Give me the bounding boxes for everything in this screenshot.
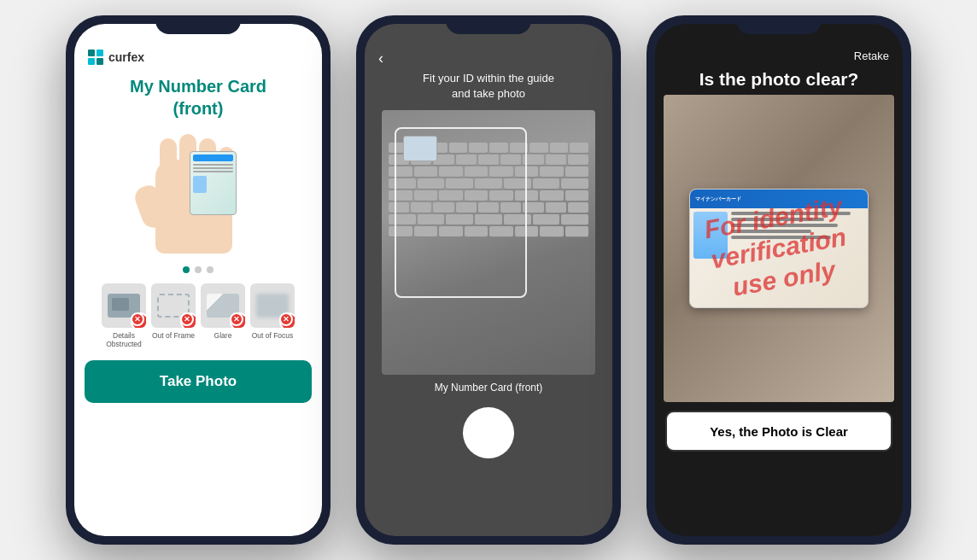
id-photo-preview: マイナンバーカード [664, 95, 894, 402]
id-card-large-body [690, 208, 868, 307]
notch-1 [155, 15, 241, 34]
dot-1 [183, 266, 190, 273]
bad-img-focus: ✕ [250, 283, 295, 328]
logo-text: curfex [108, 50, 144, 64]
confirm-photo-button[interactable]: Yes, the Photo is Clear [665, 411, 892, 452]
error-icon-obstructed: ✕ [131, 312, 144, 326]
clear-question: Is the photo clear? [669, 69, 889, 90]
bad-example-glare: ✕ Glare [201, 283, 245, 348]
id-card-large: マイナンバーカード [689, 189, 869, 308]
bad-label-obstructed: DetailsObstructed [106, 331, 142, 348]
id-photo-background: マイナンバーカード [664, 95, 894, 402]
id-card-line-1 [193, 164, 233, 166]
id-card-info [731, 212, 864, 304]
phone-3: Retake Is the photo clear? マイナンバーカード [646, 15, 911, 545]
phone-1-screen: curfex My Number Card (front) [74, 24, 322, 536]
bad-examples-row: ✕ DetailsObstructed ✕ Out of Frame ✕ Gla… [95, 283, 301, 348]
pagination-dots [183, 266, 214, 273]
phone-1: curfex My Number Card (front) [66, 15, 331, 545]
id-info-line-1 [731, 212, 851, 215]
hand-illustration-container [121, 130, 275, 258]
bad-img-glare: ✕ [201, 283, 245, 328]
phone-3-screen: Retake Is the photo clear? マイナンバーカード [655, 24, 903, 536]
id-card-line-2 [193, 167, 233, 169]
bad-example-focus: ✕ Out of Focus [250, 283, 295, 348]
id-info-line-4 [731, 230, 811, 233]
id-card-large-header: マイナンバーカード [690, 190, 868, 208]
phone-2: ‹ Fit your ID within the guideand take p… [356, 15, 621, 545]
viewfinder [382, 110, 595, 375]
guide-card-mini [403, 136, 437, 161]
notch-2 [446, 15, 531, 34]
card-label: My Number Card (front) [435, 382, 543, 394]
bad-example-frame: ✕ Out of Frame [151, 283, 196, 348]
id-guide-rectangle [395, 127, 527, 298]
bad-label-frame: Out of Frame [152, 331, 195, 340]
id-info-line-2 [731, 218, 824, 221]
shutter-button[interactable] [463, 407, 514, 458]
error-icon-frame: ✕ [180, 312, 194, 326]
id-card-line-3 [193, 171, 233, 172]
notch-3 [736, 15, 822, 34]
camera-background [382, 110, 595, 375]
dot-3 [207, 266, 214, 273]
take-photo-button[interactable]: Take Photo [85, 360, 312, 403]
bad-img-frame: ✕ [151, 283, 196, 328]
id-info-line-5 [731, 236, 831, 239]
bad-example-obstructed: ✕ DetailsObstructed [102, 283, 146, 348]
bad-label-focus: Out of Focus [252, 331, 294, 340]
error-icon-glare: ✕ [230, 312, 243, 326]
bad-img-obstructed: ✕ [102, 283, 146, 328]
id-card-strip [193, 155, 233, 161]
logo: curfex [88, 50, 144, 65]
id-card-face-photo [693, 212, 728, 259]
id-card-lines [193, 164, 233, 172]
retake-button[interactable]: Retake [669, 50, 889, 62]
page-title: My Number Card (front) [121, 75, 275, 120]
id-card-photo [193, 176, 207, 193]
id-card-small [190, 151, 237, 215]
id-info-line-3 [731, 224, 838, 227]
camera-instructions: Fit your ID within the guideand take pho… [423, 71, 554, 102]
id-card-small-inner [190, 152, 236, 214]
camera-topbar: ‹ Fit your ID within the guideand take p… [365, 24, 612, 102]
phone-2-screen: ‹ Fit your ID within the guideand take p… [365, 24, 612, 536]
dot-2 [195, 266, 202, 273]
back-button[interactable]: ‹ [378, 50, 383, 67]
error-icon-focus: ✕ [279, 312, 293, 326]
bad-label-glare: Glare [214, 331, 232, 340]
logo-icon [88, 50, 103, 65]
hand-illustration [130, 134, 266, 254]
id-card-header-text: マイナンバーカード [695, 195, 741, 203]
